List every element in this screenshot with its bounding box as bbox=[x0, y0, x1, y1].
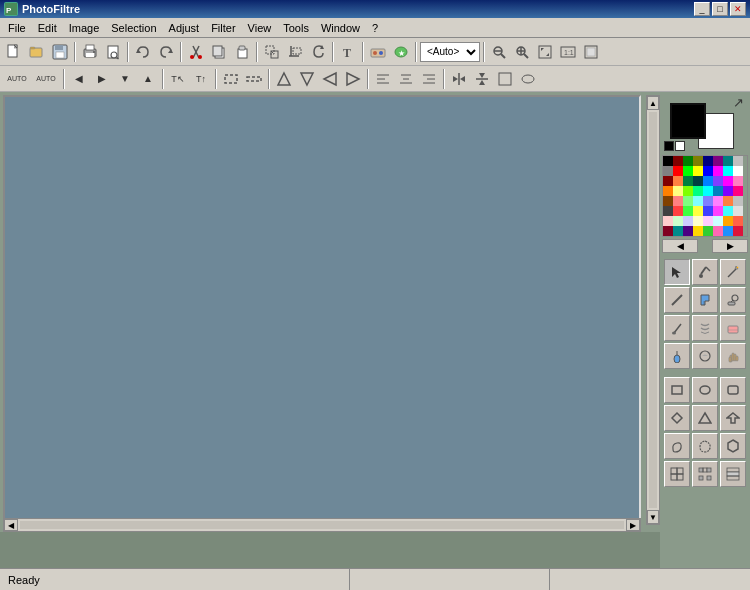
palette-color-cell[interactable] bbox=[723, 156, 733, 166]
scroll-up-btn[interactable]: ▲ bbox=[647, 96, 659, 110]
palette-color-cell[interactable] bbox=[693, 186, 703, 196]
select-row-tb[interactable] bbox=[243, 68, 265, 90]
palette-color-cell[interactable] bbox=[733, 216, 743, 226]
menu-image[interactable]: Image bbox=[63, 20, 106, 36]
palette-color-cell[interactable] bbox=[713, 216, 723, 226]
poly-lasso-button[interactable] bbox=[692, 433, 718, 459]
palette-color-cell[interactable] bbox=[683, 166, 693, 176]
flip-h-tb[interactable] bbox=[448, 68, 470, 90]
select-tool-button[interactable] bbox=[664, 259, 690, 285]
h-scrollbar[interactable]: ◀ ▶ bbox=[3, 518, 641, 532]
rotate-button[interactable] bbox=[307, 41, 329, 63]
palette-color-cell[interactable] bbox=[713, 206, 723, 216]
palette-color-cell[interactable] bbox=[663, 196, 673, 206]
filter-b-button[interactable]: ★ bbox=[390, 41, 412, 63]
palette-color-cell[interactable] bbox=[673, 156, 683, 166]
palette-color-cell[interactable] bbox=[663, 176, 673, 186]
rounded-rect-button[interactable] bbox=[720, 377, 746, 403]
zoom-select[interactable]: <Auto> 25% 50% 100% 200% bbox=[420, 42, 480, 62]
palette-color-cell[interactable] bbox=[703, 196, 713, 206]
palette-color-cell[interactable] bbox=[693, 216, 703, 226]
palette-color-cell[interactable] bbox=[683, 176, 693, 186]
flip-v-tb[interactable] bbox=[471, 68, 493, 90]
crop-button[interactable] bbox=[284, 41, 306, 63]
zoom-in-button[interactable] bbox=[511, 41, 533, 63]
burn-tool-button[interactable] bbox=[692, 343, 718, 369]
triangle-shape-button[interactable] bbox=[692, 405, 718, 431]
palette-color-cell[interactable] bbox=[673, 196, 683, 206]
palette-color-cell[interactable] bbox=[663, 226, 673, 236]
palette-color-cell[interactable] bbox=[673, 176, 683, 186]
menu-filter[interactable]: Filter bbox=[205, 20, 241, 36]
redo-button[interactable] bbox=[155, 41, 177, 63]
diamond-shape-button[interactable] bbox=[664, 405, 690, 431]
palette-color-cell[interactable] bbox=[703, 186, 713, 196]
zoom-fit-button[interactable] bbox=[534, 41, 556, 63]
fullscreen-button[interactable] bbox=[580, 41, 602, 63]
palette-color-cell[interactable] bbox=[683, 206, 693, 216]
palette-color-cell[interactable] bbox=[663, 156, 673, 166]
palette-color-cell[interactable] bbox=[663, 186, 673, 196]
palette-color-cell[interactable] bbox=[713, 186, 723, 196]
nudge-left-button[interactable]: ◀ bbox=[68, 68, 90, 90]
palette-color-cell[interactable] bbox=[703, 216, 713, 226]
palette-color-cell[interactable] bbox=[733, 186, 743, 196]
swap-colors-button[interactable]: ↗ bbox=[733, 95, 744, 110]
print-preview-button[interactable] bbox=[102, 41, 124, 63]
select-rect-tb[interactable] bbox=[220, 68, 242, 90]
magic-wand-tool-button[interactable] bbox=[720, 259, 746, 285]
paste-button[interactable] bbox=[231, 41, 253, 63]
palette-color-cell[interactable] bbox=[683, 216, 693, 226]
drop-tool-button[interactable] bbox=[664, 343, 690, 369]
palette-color-cell[interactable] bbox=[733, 176, 743, 186]
palette-color-cell[interactable] bbox=[693, 166, 703, 176]
palette-color-cell[interactable] bbox=[723, 166, 733, 176]
h-scrollbar-track[interactable] bbox=[20, 521, 624, 529]
v-scrollbar[interactable]: ▲ ▼ bbox=[646, 95, 660, 525]
palette-color-cell[interactable] bbox=[723, 206, 733, 216]
palette-color-cell[interactable] bbox=[693, 196, 703, 206]
palette-color-cell[interactable] bbox=[683, 186, 693, 196]
tri-left-tb[interactable] bbox=[319, 68, 341, 90]
auto-levels-button[interactable]: AUTO bbox=[3, 68, 31, 90]
text-pos-tl[interactable]: T↖ bbox=[167, 68, 189, 90]
palette-color-cell[interactable] bbox=[723, 186, 733, 196]
palette-color-cell[interactable] bbox=[693, 156, 703, 166]
tri-up-tb[interactable] bbox=[273, 68, 295, 90]
nudge-up-button[interactable]: ▲ bbox=[137, 68, 159, 90]
print-button[interactable] bbox=[79, 41, 101, 63]
palette-color-cell[interactable] bbox=[723, 196, 733, 206]
text-tool-button[interactable]: T bbox=[337, 41, 359, 63]
filter-a-button[interactable] bbox=[367, 41, 389, 63]
maximize-button[interactable]: □ bbox=[712, 2, 728, 16]
arrow-shape-button[interactable] bbox=[720, 405, 746, 431]
palette-color-cell[interactable] bbox=[693, 226, 703, 236]
nudge-right-button[interactable]: ▶ bbox=[91, 68, 113, 90]
freeform-button[interactable] bbox=[664, 433, 690, 459]
palette-color-cell[interactable] bbox=[703, 176, 713, 186]
copy-button[interactable] bbox=[208, 41, 230, 63]
palette-color-cell[interactable] bbox=[703, 226, 713, 236]
hand-tool-button[interactable] bbox=[720, 343, 746, 369]
palette-color-cell[interactable] bbox=[703, 166, 713, 176]
reset-colors-button[interactable] bbox=[664, 141, 685, 151]
palette-color-cell[interactable] bbox=[723, 226, 733, 236]
text-pos-tc[interactable]: T↑ bbox=[190, 68, 212, 90]
ellipse-shape-button[interactable] bbox=[692, 377, 718, 403]
open-button[interactable] bbox=[26, 41, 48, 63]
rect-shape-button[interactable] bbox=[664, 377, 690, 403]
menu-adjust[interactable]: Adjust bbox=[163, 20, 206, 36]
stamp-tool-button[interactable] bbox=[720, 287, 746, 313]
palette-color-cell[interactable] bbox=[683, 156, 693, 166]
palette-next-button[interactable]: ▶ bbox=[712, 239, 748, 253]
palette-color-cell[interactable] bbox=[683, 196, 693, 206]
tri-right-tb[interactable] bbox=[342, 68, 364, 90]
palette-prev-button[interactable]: ◀ bbox=[662, 239, 698, 253]
palette-color-cell[interactable] bbox=[733, 156, 743, 166]
zoom-out-button[interactable] bbox=[488, 41, 510, 63]
palette-color-cell[interactable] bbox=[713, 196, 723, 206]
save-button[interactable] bbox=[49, 41, 71, 63]
palette-color-cell[interactable] bbox=[663, 206, 673, 216]
cut-button[interactable] bbox=[185, 41, 207, 63]
palette-color-cell[interactable] bbox=[703, 156, 713, 166]
